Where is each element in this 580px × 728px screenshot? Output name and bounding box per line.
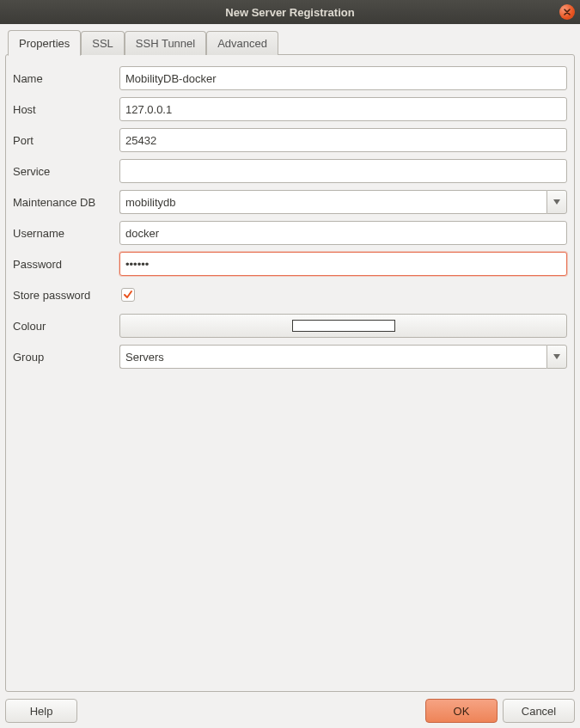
colour-button[interactable]: [119, 314, 567, 338]
titlebar: New Server Registration: [0, 0, 580, 24]
label-maintenance-db: Maintenance DB: [13, 196, 119, 209]
label-username: Username: [13, 227, 119, 240]
label-port: Port: [13, 134, 119, 147]
cancel-button[interactable]: Cancel: [503, 699, 575, 723]
label-name: Name: [13, 72, 119, 85]
group-combo[interactable]: Servers: [119, 345, 567, 369]
label-host: Host: [13, 103, 119, 116]
chevron-down-icon: [553, 354, 560, 359]
maintenance-db-dropdown-button[interactable]: [546, 190, 567, 214]
check-icon: [123, 290, 133, 300]
row-username: Username: [13, 220, 567, 246]
tab-ssh-tunnel[interactable]: SSH Tunnel: [125, 31, 206, 55]
ok-button[interactable]: OK: [425, 699, 498, 723]
label-store-password: Store password: [13, 289, 119, 302]
close-button[interactable]: [559, 4, 575, 20]
row-password: Password: [13, 251, 567, 277]
tabstrip: Properties SSL SSH Tunnel Advanced: [5, 29, 575, 55]
maintenance-db-value[interactable]: mobilitydb: [119, 190, 546, 214]
tab-properties[interactable]: Properties: [8, 30, 81, 56]
tab-ssl[interactable]: SSL: [81, 31, 125, 55]
port-input[interactable]: [119, 128, 567, 152]
username-input[interactable]: [119, 221, 567, 245]
chevron-down-icon: [553, 199, 560, 205]
name-input[interactable]: [119, 66, 567, 90]
label-group: Group: [13, 351, 119, 364]
window-body: Properties SSL SSH Tunnel Advanced Name …: [0, 24, 580, 728]
row-maintenance-db: Maintenance DB mobilitydb: [13, 189, 567, 215]
maintenance-db-combo[interactable]: mobilitydb: [119, 190, 567, 214]
row-service: Service: [13, 158, 567, 184]
row-store-password: Store password: [13, 282, 567, 308]
button-bar: Help OK Cancel: [5, 699, 575, 723]
row-colour: Colour: [13, 313, 567, 339]
row-port: Port: [13, 127, 567, 153]
tab-advanced[interactable]: Advanced: [206, 31, 278, 55]
row-name: Name: [13, 65, 567, 91]
label-colour: Colour: [13, 320, 119, 333]
help-button[interactable]: Help: [5, 699, 77, 723]
colour-swatch: [292, 320, 395, 332]
tab-content-properties: Name Host Port Service Maintenance DB mo…: [5, 54, 575, 692]
row-host: Host: [13, 96, 567, 122]
group-value[interactable]: Servers: [119, 345, 546, 369]
row-group: Group Servers: [13, 344, 567, 370]
group-dropdown-button[interactable]: [546, 345, 567, 369]
window-title: New Server Registration: [225, 6, 354, 19]
password-input[interactable]: [119, 252, 567, 276]
host-input[interactable]: [119, 97, 567, 121]
service-input[interactable]: [119, 159, 567, 183]
label-service: Service: [13, 165, 119, 178]
label-password: Password: [13, 258, 119, 271]
store-password-checkbox[interactable]: [121, 288, 135, 302]
close-icon: [564, 9, 571, 15]
